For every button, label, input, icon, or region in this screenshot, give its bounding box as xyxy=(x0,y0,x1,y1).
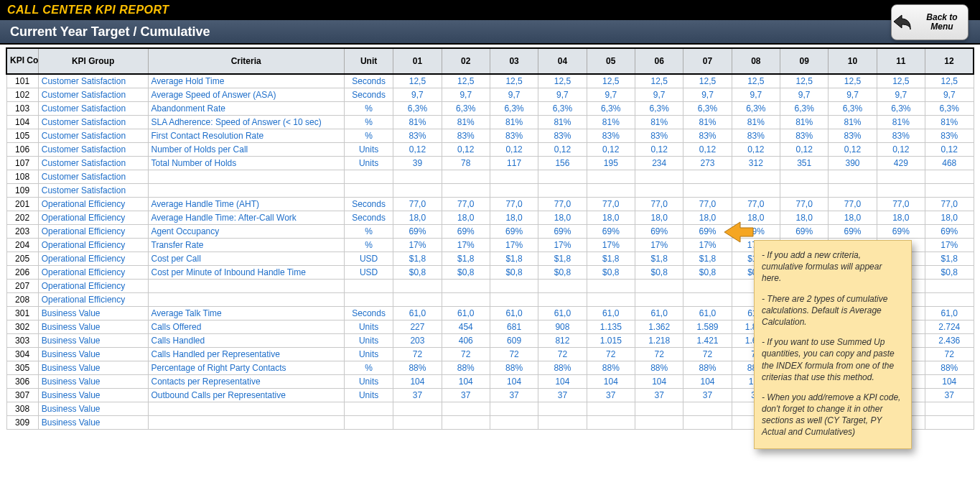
cell-month: 6,3% xyxy=(683,101,732,115)
cell-month: $1,8 xyxy=(587,251,635,265)
cell-kpi-code: 202 xyxy=(6,211,38,224)
cell-unit: Units xyxy=(344,374,393,388)
cell-month: 61,0 xyxy=(442,306,490,320)
cell-month: 72 xyxy=(538,347,587,361)
cell-month: 81% xyxy=(877,115,925,129)
cell-month: 0,12 xyxy=(683,142,732,156)
cell-month: 61,0 xyxy=(925,306,974,320)
cell-month xyxy=(587,279,635,292)
cell-month: 203 xyxy=(393,333,442,347)
cell-month: $1,8 xyxy=(538,251,587,265)
cell-month xyxy=(732,183,780,197)
cell-month: 81% xyxy=(683,115,732,129)
cell-month: 69% xyxy=(442,224,490,238)
cell-criteria xyxy=(148,415,344,429)
col-month-06: 06 xyxy=(635,48,683,74)
cell-month: 227 xyxy=(393,320,442,333)
cell-kpi-group: Customer Satisfaction xyxy=(38,170,148,183)
cell-month: 468 xyxy=(925,156,974,170)
cell-unit: Units xyxy=(344,156,393,170)
cell-month: 9,7 xyxy=(393,88,442,101)
cell-unit: Units xyxy=(344,333,393,347)
cell-kpi-group: Customer Satisfaction xyxy=(38,74,148,88)
cell-month: $1,8 xyxy=(442,251,490,265)
callout-arrow-icon xyxy=(723,221,755,251)
cell-month: 83% xyxy=(587,129,635,142)
cell-month: 61,0 xyxy=(538,306,587,320)
cell-kpi-code: 204 xyxy=(6,238,38,251)
cell-month: 37 xyxy=(442,388,490,402)
cell-criteria: Calls Offered xyxy=(148,320,344,333)
cell-month: 88% xyxy=(538,361,587,374)
cell-month: 17% xyxy=(393,238,442,251)
cell-month: $0,8 xyxy=(442,265,490,279)
cell-month: 12,5 xyxy=(780,74,829,88)
cell-month: 77,0 xyxy=(683,197,732,211)
cell-month: 69% xyxy=(490,224,538,238)
cell-month: $0,8 xyxy=(683,265,732,279)
cell-month xyxy=(393,183,442,197)
note-line-4: - When you add/remove a KPI code, don't … xyxy=(762,392,904,438)
cell-kpi-code: 304 xyxy=(6,347,38,361)
cell-kpi-code: 308 xyxy=(6,402,38,415)
cell-month: 83% xyxy=(780,129,829,142)
col-month-08: 08 xyxy=(732,48,780,74)
cell-month: 81% xyxy=(587,115,635,129)
cell-month xyxy=(925,292,974,306)
cell-kpi-code: 102 xyxy=(6,88,38,101)
cell-month: 104 xyxy=(442,374,490,388)
cell-kpi-group: Customer Satisfaction xyxy=(38,142,148,156)
cell-month: 0,12 xyxy=(393,142,442,156)
cell-month: 0,12 xyxy=(780,142,829,156)
cell-month: 77,0 xyxy=(538,197,587,211)
cell-criteria: First Contact Resolution Rate xyxy=(148,129,344,142)
cell-kpi-group: Business Value xyxy=(38,361,148,374)
cell-month: 429 xyxy=(877,156,925,170)
cell-month xyxy=(780,183,829,197)
cell-month: 104 xyxy=(490,374,538,388)
cell-month: 0,12 xyxy=(635,142,683,156)
cell-month: 18,0 xyxy=(587,211,635,224)
cell-month xyxy=(393,415,442,429)
cell-month: 2.436 xyxy=(925,333,974,347)
cell-month xyxy=(829,183,877,197)
cell-month: 88% xyxy=(635,361,683,374)
cell-month: 812 xyxy=(538,333,587,347)
cell-kpi-code: 101 xyxy=(6,74,38,88)
cell-kpi-code: 207 xyxy=(6,279,38,292)
cell-month: 17% xyxy=(635,238,683,251)
cell-month: 0,12 xyxy=(925,142,974,156)
col-month-11: 11 xyxy=(877,48,925,74)
cell-month: 61,0 xyxy=(635,306,683,320)
cell-month xyxy=(587,170,635,183)
cell-month: 83% xyxy=(925,129,974,142)
cell-month: 17% xyxy=(490,238,538,251)
cell-kpi-group: Operational Efficiency xyxy=(38,197,148,211)
cell-month: 2.724 xyxy=(925,320,974,333)
cell-month: 81% xyxy=(829,115,877,129)
cell-month: 0,12 xyxy=(829,142,877,156)
cell-kpi-group: Business Value xyxy=(38,306,148,320)
cell-criteria: Calls Handled per Representative xyxy=(148,347,344,361)
table-row: 202Operational EfficiencyAverage Handle … xyxy=(6,211,974,224)
cell-kpi-group: Customer Satisfaction xyxy=(38,101,148,115)
col-month-07: 07 xyxy=(683,48,732,74)
cell-month: 6,3% xyxy=(925,101,974,115)
cell-month xyxy=(683,183,732,197)
note-line-1: - If you add a new criteria, cumulative … xyxy=(762,249,904,285)
cell-month: 77,0 xyxy=(732,197,780,211)
cell-month: 6,3% xyxy=(538,101,587,115)
back-to-menu-button[interactable]: Back to Menu xyxy=(891,4,969,40)
cell-criteria xyxy=(148,402,344,415)
cell-criteria: Average Hold Time xyxy=(148,74,344,88)
cell-month: 69% xyxy=(780,224,829,238)
col-unit: Unit xyxy=(344,48,393,74)
cell-month xyxy=(683,415,732,429)
table-row: 106Customer SatisfactionNumber of Holds … xyxy=(6,142,974,156)
cell-month: 104 xyxy=(683,374,732,388)
cell-month xyxy=(393,292,442,306)
cell-unit: Seconds xyxy=(344,88,393,101)
cell-month: 88% xyxy=(925,361,974,374)
cell-month: 6,3% xyxy=(490,101,538,115)
cell-month: 37 xyxy=(538,388,587,402)
